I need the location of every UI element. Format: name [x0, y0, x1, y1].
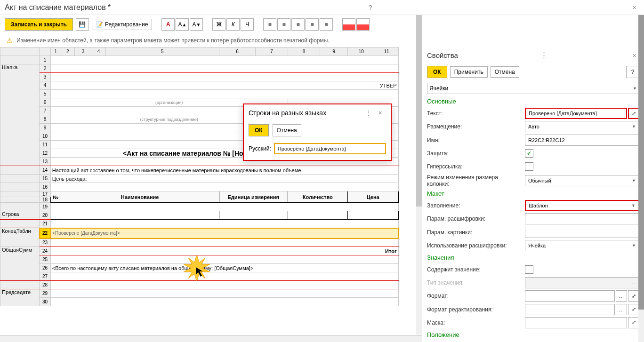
italic-button[interactable]: К: [226, 18, 240, 31]
doc-title: Акт на списание материалов *: [5, 3, 111, 12]
prop-resize-select[interactable]: Обычный▼: [525, 175, 639, 186]
prop-mask-input[interactable]: [525, 317, 627, 328]
props-title: Свойства: [427, 51, 458, 59]
lang-label: Русский:: [249, 145, 271, 152]
prop-contains-checkbox[interactable]: [525, 265, 533, 274]
prop-format-edit-input[interactable]: [525, 304, 615, 315]
area-stroka[interactable]: Строка: [0, 211, 40, 220]
lang-input[interactable]: [274, 143, 386, 154]
align-justify-button[interactable]: ≡: [306, 18, 319, 31]
bold-button[interactable]: Ж: [212, 18, 225, 31]
props-ok-button[interactable]: ОК: [427, 66, 447, 78]
area-obschaya[interactable]: ОбщаяСумм: [0, 247, 40, 281]
props-close-icon[interactable]: ×: [629, 50, 639, 60]
prop-name-input[interactable]: R22C2:R22C12: [525, 135, 639, 146]
expand-icon[interactable]: ⤢: [628, 290, 639, 302]
lang-ok-button[interactable]: ОК: [249, 124, 269, 136]
language-dialog: Строки на разных языках ⋮ × ОК Отмена Ру…: [243, 103, 392, 161]
prop-pic-input[interactable]: [525, 227, 639, 238]
align-top-button[interactable]: ≡: [320, 18, 333, 31]
warning-bar: ⚠ Изменение имен областей, а также парам…: [0, 34, 644, 47]
section-maket: Макет: [422, 188, 644, 199]
spreadsheet-area[interactable]: 1 2 3 4 5 6 7 8 9 10 11 1 Шапка2 3 4УТВЕ…: [0, 47, 422, 342]
lang-dialog-title: Строки на разных языках: [249, 109, 326, 117]
ellipsis-icon[interactable]: …: [616, 304, 627, 315]
area-konets[interactable]: КонецТабли: [0, 228, 40, 247]
edit-icon: 📝: [96, 21, 103, 28]
font-dec-button[interactable]: A▼: [190, 18, 203, 31]
prop-fill-select[interactable]: Шаблон▼: [525, 200, 639, 211]
prop-protect-checkbox[interactable]: ✓: [525, 149, 533, 158]
color-1-button[interactable]: [342, 18, 355, 31]
expand-icon[interactable]: ⤢: [628, 108, 639, 119]
section-osnov: Основные: [422, 96, 644, 107]
save-close-button[interactable]: Записать и закрыть: [5, 18, 73, 31]
section-position: Положение: [422, 329, 644, 340]
expand-icon[interactable]: ⤢: [628, 304, 639, 315]
prop-hyper-checkbox[interactable]: [525, 162, 533, 171]
horizontal-scrollbar[interactable]: [0, 335, 422, 342]
area-predsed[interactable]: Председате: [0, 289, 40, 306]
vertical-scrollbar[interactable]: [416, 15, 422, 334]
font-color-button[interactable]: A: [161, 18, 175, 31]
area-shapka[interactable]: Шапка: [0, 64, 40, 166]
props-cancel-button[interactable]: Отмена: [491, 66, 519, 78]
prop-decrypt-use-select[interactable]: Ячейка▼: [525, 240, 639, 251]
warning-text: Изменение имен областей, а также парамет…: [16, 37, 330, 44]
props-selector[interactable]: Ячейки▼: [427, 83, 639, 94]
prop-place-select[interactable]: Авто▼: [525, 121, 639, 132]
titlebar: Акт на списание материалов * ? ×: [0, 0, 644, 15]
props-scrollbar[interactable]: [638, 15, 644, 342]
prop-text-input[interactable]: Проверено [ДатаДокумента]: [525, 108, 627, 119]
align-left-button[interactable]: ≡: [263, 18, 276, 31]
props-apply-button[interactable]: Применить: [450, 66, 488, 78]
prop-decrypt-input[interactable]: [525, 213, 639, 224]
props-menu-icon[interactable]: ⋮: [538, 50, 550, 60]
color-2-button[interactable]: [356, 18, 370, 31]
section-values: Значения: [422, 252, 644, 263]
align-right-button[interactable]: ≡: [291, 18, 305, 31]
warning-icon: ⚠: [7, 37, 13, 44]
help-icon[interactable]: ?: [366, 3, 375, 12]
edit-button[interactable]: 📝Редактирование: [92, 19, 152, 30]
properties-panel: Свойства ⋮ × ОК Применить Отмена ? Ячейк…: [422, 47, 644, 342]
props-help-button[interactable]: ?: [626, 66, 639, 78]
close-icon[interactable]: ×: [630, 3, 639, 12]
prop-type-input: …: [525, 277, 639, 288]
lang-cancel-button[interactable]: Отмена: [273, 124, 301, 136]
cursor-burst-decoration: [183, 254, 211, 284]
toolbar: Записать и закрыть 💾 📝Редактирование A A…: [0, 15, 644, 34]
align-center-button[interactable]: ≡: [277, 18, 290, 31]
underline-button[interactable]: Ч: [241, 18, 254, 31]
save-icon-button[interactable]: 💾: [76, 18, 89, 31]
expand-icon[interactable]: ⤢: [628, 317, 639, 328]
ellipsis-icon[interactable]: …: [616, 290, 627, 302]
lang-menu-icon[interactable]: ⋮: [362, 108, 375, 118]
selected-row[interactable]: КонецТабли22<Проверено [ДатаДокумента]>: [0, 228, 399, 239]
lang-close-icon[interactable]: ×: [375, 108, 386, 118]
font-inc-button[interactable]: A▲: [176, 18, 189, 31]
prop-format-input[interactable]: [525, 290, 615, 302]
